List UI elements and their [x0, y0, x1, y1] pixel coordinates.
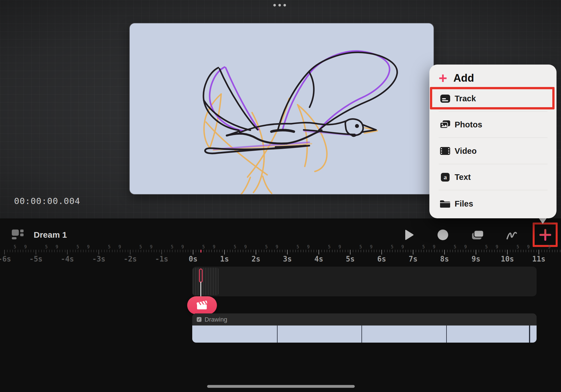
ruler-minor-tick	[301, 250, 301, 252]
ruler-minor-tick	[400, 250, 400, 252]
ruler-minor-tick	[518, 250, 518, 252]
menu-item-files[interactable]: Files	[429, 195, 557, 212]
bird-sketch	[130, 23, 434, 194]
ruler-major-tick	[99, 250, 99, 255]
ruler-minor-tick	[91, 250, 91, 252]
ruler-minor-tick	[70, 250, 70, 252]
ruler-minor-tick	[112, 250, 113, 252]
ruler-minor-tick	[219, 250, 220, 252]
ruler-minor-tick	[227, 250, 228, 252]
ruler-minor-tick	[120, 250, 120, 252]
ruler-minor-tick	[83, 250, 84, 252]
menu-item-photos[interactable]: Photos	[429, 116, 557, 133]
scribble-button[interactable]	[504, 228, 520, 242]
ruler-minor-tick	[439, 250, 440, 252]
ruler-minor-tick	[222, 250, 223, 252]
ruler[interactable]: -6s59-5s59-4s59-3s59-2s59-1s590s591s592s…	[0, 244, 561, 265]
ruler-minor-tick	[510, 250, 510, 252]
ruler-minor-tick	[384, 250, 385, 252]
playhead[interactable]	[199, 269, 203, 283]
ruler-minor-tick	[209, 250, 209, 252]
ruler-major-tick	[507, 250, 508, 255]
ruler-minor-tick	[460, 250, 461, 252]
ruler-minor-tick	[75, 250, 76, 252]
ruler-minor-tick	[329, 250, 330, 252]
ruler-minor-tick	[183, 250, 183, 252]
drawing-clips[interactable]	[192, 325, 537, 343]
layers-button[interactable]	[470, 228, 486, 242]
clip-thumbnail[interactable]	[193, 268, 219, 295]
ruler-frame-label: 5	[201, 244, 206, 249]
drag-dot	[283, 4, 286, 6]
ruler-frame-label: 9	[243, 244, 248, 249]
horizontal-scrollbar[interactable]	[207, 385, 355, 388]
video-track-badge[interactable]	[187, 296, 217, 314]
ruler-minor-tick	[489, 250, 490, 252]
ruler-minor-tick	[468, 250, 469, 252]
ruler-frame-label: 5	[546, 244, 552, 249]
ruler-minor-tick	[533, 250, 534, 252]
ruler-frame-label: 5	[295, 244, 301, 249]
ruler-minor-tick	[497, 250, 498, 252]
ruler-minor-tick	[133, 250, 133, 252]
ruler-minor-tick	[473, 250, 474, 252]
ruler-frame-label: 9	[274, 244, 280, 249]
ruler-minor-tick	[185, 250, 186, 252]
ruler-frame-label: 5	[75, 244, 81, 249]
ruler-major-tick	[4, 250, 5, 255]
ruler-minor-tick	[303, 250, 304, 252]
ruler-major-tick	[539, 250, 539, 255]
ruler-minor-tick	[10, 250, 10, 252]
ruler-minor-tick	[269, 250, 270, 252]
drawing-canvas[interactable]	[130, 23, 434, 194]
ruler-second-label: -1s	[146, 255, 177, 263]
ruler-minor-tick	[298, 250, 298, 252]
ruler-minor-tick	[528, 250, 529, 252]
ruler-minor-tick	[211, 250, 212, 252]
play-icon	[404, 229, 414, 240]
ruler-minor-tick	[20, 250, 21, 252]
ruler-minor-tick	[418, 250, 419, 252]
menu-item-label: Files	[455, 199, 473, 208]
ruler-minor-tick	[458, 250, 458, 252]
add-menu: + Add Track Photos	[429, 65, 557, 218]
play-button[interactable]	[402, 228, 416, 242]
menu-item-track[interactable]: Track	[429, 90, 557, 107]
ruler-frame-label: 9	[148, 244, 154, 249]
ruler-minor-tick	[358, 250, 359, 252]
ruler-minor-tick	[342, 250, 343, 252]
ruler-minor-tick	[541, 250, 542, 252]
ruler-minor-tick	[172, 250, 173, 252]
menu-item-text[interactable]: a Text	[429, 168, 557, 186]
clip-separator	[446, 325, 447, 343]
ruler-minor-tick	[196, 250, 196, 252]
ruler-minor-tick	[348, 250, 348, 252]
text-icon: a	[441, 173, 450, 182]
ruler-minor-tick	[549, 250, 550, 252]
ruler-frame-label: 5	[169, 244, 175, 249]
ruler-second-label: 2s	[240, 255, 272, 263]
ruler-minor-tick	[198, 250, 199, 252]
menu-item-label: Photos	[455, 120, 482, 129]
ruler-minor-tick	[466, 250, 466, 252]
ruler-minor-tick	[44, 250, 44, 252]
ruler-minor-tick	[426, 250, 427, 252]
ruler-frame-label: 5	[389, 244, 395, 249]
ruler-minor-tick	[117, 250, 118, 252]
menu-item-video[interactable]: Video	[429, 142, 557, 160]
ruler-minor-tick	[405, 250, 406, 252]
projects-button[interactable]	[10, 228, 26, 242]
ruler-minor-tick	[73, 250, 73, 252]
record-button[interactable]	[436, 228, 450, 242]
drawing-track-checkbox[interactable]: ✓	[197, 317, 201, 322]
ruler-frame-label: 9	[54, 244, 60, 249]
ruler-minor-tick	[164, 250, 165, 252]
ruler-minor-tick	[321, 250, 322, 252]
add-button[interactable]	[538, 227, 553, 242]
ruler-major-tick	[476, 250, 476, 255]
ruler-frame-label: 9	[526, 244, 531, 249]
add-menu-header: + Add	[439, 71, 474, 85]
ruler-minor-tick	[484, 250, 484, 252]
drag-handle[interactable]	[273, 4, 286, 6]
timecode-display: 00:00:00.004	[14, 196, 80, 206]
